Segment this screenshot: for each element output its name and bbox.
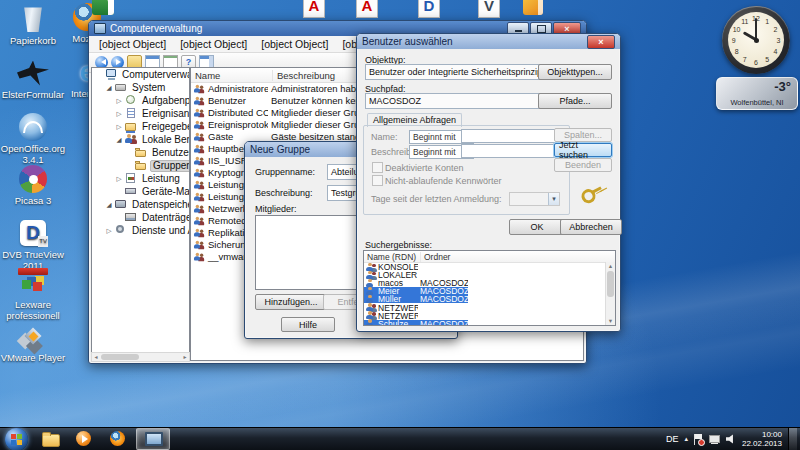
name-query-input[interactable] [461, 129, 569, 143]
add-button[interactable]: Hinzufügen... [255, 294, 327, 310]
expander-icon[interactable]: ◢ [105, 81, 113, 94]
event-icon [125, 108, 138, 119]
group-name: Gäste [208, 131, 233, 143]
scroll-thumb[interactable] [101, 354, 139, 360]
tree-item[interactable]: ◢ Datenspeicher [92, 198, 189, 211]
taskbar-button[interactable] [68, 429, 100, 449]
desktop-icon-label: Lexware professionell [0, 299, 68, 321]
expander-icon[interactable]: ◢ [115, 133, 123, 146]
object-types-button[interactable]: Objekttypen... [538, 64, 612, 80]
scroll-left-icon[interactable]: ◂ [92, 353, 100, 361]
results-vertical-scrollbar[interactable]: ▲ ▼ [605, 262, 615, 325]
tree-item[interactable]: ▷ Aufgabenplanung [92, 94, 189, 107]
taskbar-button[interactable] [136, 428, 170, 450]
console-tree[interactable]: Computerverwaltung (Lokal) ◢ System ▷ Au… [91, 67, 190, 353]
expander-icon[interactable]: ◢ [105, 198, 113, 211]
expander-icon[interactable]: ▷ [115, 107, 123, 120]
search-key-icon [578, 179, 607, 204]
show-desktop-button[interactable] [788, 428, 797, 450]
scroll-down-icon[interactable]: ▼ [608, 317, 613, 325]
ok-button[interactable]: OK [509, 219, 565, 235]
taskbar-button[interactable] [34, 429, 66, 449]
desktop-icon-cutoff[interactable] [418, 0, 444, 19]
expander-icon[interactable]: ▷ [115, 120, 123, 133]
tree-item[interactable]: ▷ Leistung [92, 172, 189, 185]
tree-item[interactable]: Datenträgerverwaltung [92, 211, 189, 224]
taskbar-button[interactable] [102, 429, 134, 449]
desktop-icon[interactable]: DVB TrueView 2011 [0, 218, 68, 271]
language-indicator[interactable]: DE [666, 434, 679, 444]
tree-item[interactable]: ▷ Ereignisanzeige [92, 107, 189, 120]
usr-icon [366, 319, 376, 326]
desktop-icon-cutoff[interactable] [478, 0, 504, 19]
group-icon [194, 97, 205, 106]
disabled-accounts-checkbox[interactable] [372, 162, 383, 173]
hidden-icons-icon[interactable]: ▴ [684, 435, 688, 443]
column-header-folder[interactable]: Ordner [421, 252, 615, 262]
desktop-icon-cutoff[interactable] [356, 0, 382, 19]
search-now-button[interactable]: Jetzt suchen [554, 143, 612, 157]
desktop-icon-cutoff[interactable] [303, 0, 329, 19]
excel-icon [92, 0, 114, 17]
cancel-button[interactable]: Abbrechen [560, 219, 622, 235]
clock-gadget[interactable]: 123456789101112 [722, 6, 790, 74]
desktop-icon-cutoff[interactable] [92, 0, 118, 19]
menu-item[interactable]: [object Object] [255, 37, 334, 51]
tree-item[interactable]: ◢ Lokale Benutzer und Gr [92, 133, 189, 146]
scroll-up-icon[interactable]: ▲ [608, 262, 613, 270]
start-button[interactable] [5, 428, 28, 450]
scroll-thumb[interactable] [607, 271, 614, 297]
result-row[interactable]: Schulze MACOSDOZ [364, 320, 615, 326]
column-header-name[interactable]: Name [191, 70, 273, 81]
dialog-titlebar[interactable]: Benutzer auswählen × [357, 34, 620, 49]
tree-item[interactable]: ◢ System [92, 81, 189, 94]
menu-item[interactable]: [object Object] [93, 37, 172, 51]
paths-button[interactable]: Pfade... [538, 93, 612, 109]
tree-item[interactable]: ▷ Dienste und Anwendungen [92, 224, 189, 237]
expander-icon[interactable]: ▷ [115, 172, 123, 185]
expander-icon[interactable]: ▷ [105, 224, 113, 237]
group-desc-label: Beschreibung: [255, 188, 313, 198]
tree-item[interactable]: Gruppen [92, 159, 189, 172]
explorer-icon [39, 431, 61, 447]
desktop-icon[interactable]: Picasa 3 [0, 164, 68, 206]
group-name: Distributed COM-Ben... [208, 107, 268, 119]
network-icon[interactable] [709, 434, 720, 444]
column-header-name-rdn[interactable]: Name (RDN) [364, 252, 421, 262]
close-icon[interactable]: × [587, 35, 615, 49]
desktop-icon[interactable]: OpenOffice.org 3.4.1 [0, 112, 68, 165]
stop-button[interactable]: Beenden [554, 158, 612, 172]
scroll-right-icon[interactable]: ▸ [181, 353, 189, 361]
desktop-icon-cutoff[interactable] [523, 0, 549, 19]
tree-item[interactable]: Computerverwaltung (Lokal) [92, 68, 189, 81]
action-center-flag-icon[interactable] [694, 434, 703, 445]
desc-query-input[interactable] [461, 144, 569, 158]
tree-horizontal-scrollbar[interactable]: ◂ ▸ [91, 352, 190, 362]
search-results-list[interactable]: Name (RDN) Ordner KONSOLENA... [363, 250, 616, 326]
folder-icon [135, 147, 148, 158]
dialog-title: Neue Gruppe [250, 144, 310, 155]
tree-item[interactable]: ▷ Freigegebene Ordner [92, 120, 189, 133]
tree-item-label: Dienste und Anwendungen [130, 224, 190, 237]
days-since-logon-dropdown[interactable] [509, 192, 560, 206]
taskbar-clock[interactable]: 10:00 22.02.2013 [742, 430, 782, 448]
members-label: Mitglieder: [255, 204, 297, 214]
desktop-icon[interactable]: VMware Player [0, 321, 68, 363]
firefox-icon [107, 431, 129, 447]
window-title: Computerverwaltung [110, 23, 202, 34]
search-results-label: Suchergebnisse: [365, 240, 432, 250]
weather-gadget[interactable]: -3° Wolfenbüttel, NI [716, 77, 798, 110]
group-name: Administratoren [208, 83, 268, 95]
help-button[interactable]: Hilfe [281, 317, 335, 332]
group-icon [194, 133, 205, 142]
group-name: Benutzer [208, 95, 246, 107]
tree-item-label: Datenträgerverwaltung [140, 211, 190, 224]
desktop-icon[interactable]: Lexware professionell [0, 268, 68, 321]
tree-item[interactable]: Geräte-Manager [92, 185, 189, 198]
tree-item-label: Datenspeicher [130, 198, 190, 211]
volume-icon[interactable] [726, 434, 736, 444]
expander-icon[interactable]: ▷ [115, 94, 123, 107]
menu-item[interactable]: [object Object] [174, 37, 253, 51]
nonexpiring-passwords-checkbox[interactable] [372, 175, 383, 186]
tree-item[interactable]: Benutzer [92, 146, 189, 159]
